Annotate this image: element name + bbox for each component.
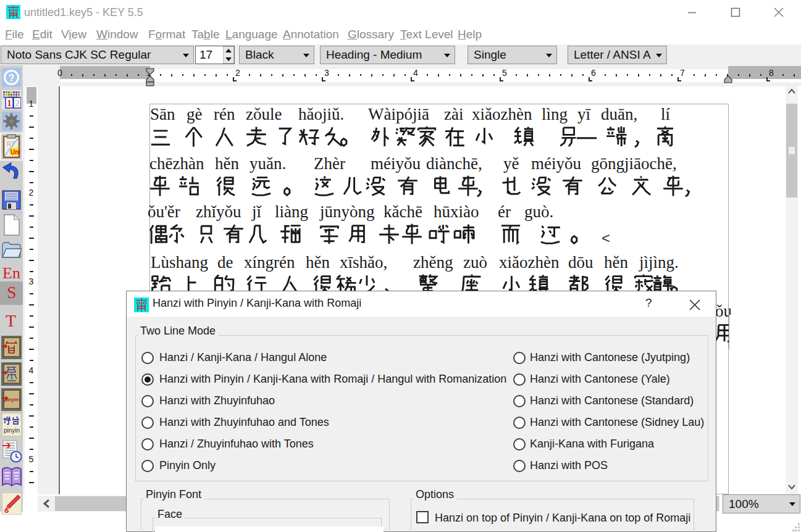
svg-text:?: ? bbox=[9, 73, 15, 83]
svg-text:Uni: Uni bbox=[10, 149, 20, 156]
svg-text:2: 2 bbox=[15, 98, 20, 108]
svg-text:1: 1 bbox=[7, 98, 12, 108]
svg-text:pinyin: pinyin bbox=[4, 397, 19, 402]
svg-text:pinyin: pinyin bbox=[4, 427, 20, 434]
